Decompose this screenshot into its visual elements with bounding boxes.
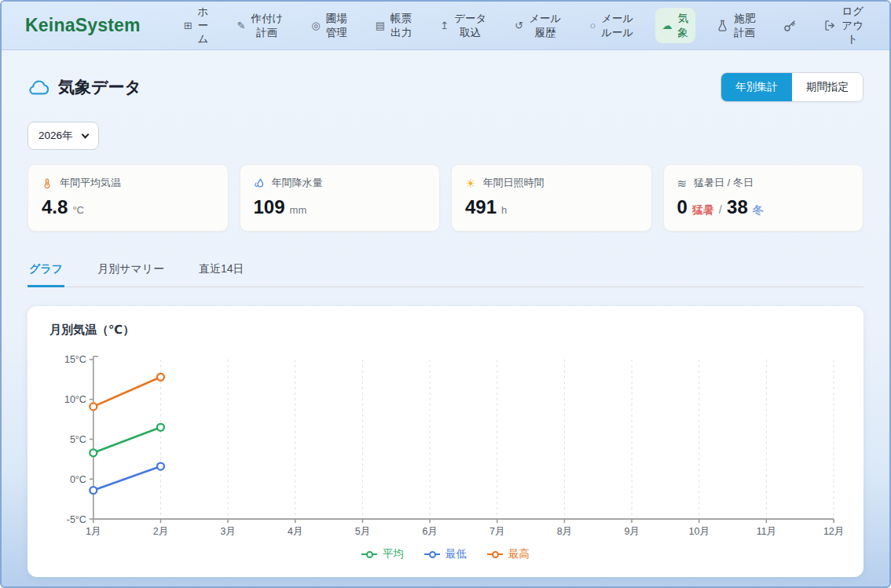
weather-cloud-icon [28,77,49,98]
legend-label: 最高 [508,547,530,561]
nav-item-key[interactable] [776,16,803,36]
nav-item-planting-plan[interactable]: ✎ 作付け 計画 [230,8,291,43]
thermometer-icon [42,177,53,189]
nav-item-logout[interactable]: ログ アウ ト [817,1,871,50]
svg-text:1月: 1月 [86,526,101,537]
legend-label: 平均 [383,547,404,561]
year-select-value: 2026年 [38,129,73,143]
svg-text:15°C: 15°C [64,354,86,365]
svg-text:11月: 11月 [757,526,776,537]
wind-icon: ≋ [677,177,688,189]
svg-text:9月: 9月 [624,526,639,537]
nav-item-label: 圃場 管理 [326,12,347,39]
nav-item-label: データ 取込 [454,12,486,39]
svg-text:12月: 12月 [823,526,843,537]
main-nav: ⊞ ホ ー ム ✎ 作付け 計画 ◎ 圃場 管理 ▤ 帳票 出力 ↥ データ 取… [177,1,871,50]
svg-text:-5°C: -5°C [67,514,86,525]
legend-marker-average-icon [361,550,377,558]
nav-item-label: ログ アウ ト [842,5,864,46]
svg-text:7月: 7月 [490,526,504,537]
pencil-icon: ✎ [237,20,246,31]
nav-item-report-output[interactable]: ▤ 帳票 出力 [368,8,419,43]
nav-item-label: 気 象 [678,12,689,39]
svg-text:4月: 4月 [288,526,302,537]
period-select-button[interactable]: 期間指定 [792,73,863,101]
legend-marker-minimum-icon [424,550,440,558]
bell-icon: ○ [589,20,596,31]
sun-icon: ☀ [465,177,475,189]
nav-item-data-import[interactable]: ↥ データ 取込 [433,8,493,43]
legend-marker-maximum-icon [487,550,503,558]
stat-label: 年間平均気温 [60,176,121,190]
view-toggle: 年別集計 期間指定 [720,72,864,102]
chart-title: 月別気温（℃） [50,323,843,338]
hot-days-label: 猛暑 [692,203,714,217]
nav-item-label: メール ルール [601,12,633,39]
nav-item-mail-rules[interactable]: ○ メール ルール [582,8,640,43]
stat-value: 491 [465,196,497,218]
svg-text:10°C: 10°C [64,394,86,405]
cold-days-label: 冬 [753,203,764,217]
legend-item-minimum[interactable]: 最低 [424,547,467,561]
cold-days-value: 38 [727,196,748,218]
tab-recent-14-days[interactable]: 直近14日 [197,255,246,287]
stat-card-sunshine: ☀ 年間日照時間 491 h [451,164,652,232]
svg-text:2月: 2月 [153,526,168,537]
hot-days-value: 0 [677,196,688,218]
stat-cards: 年間平均気温 4.8 °C 年間降水量 [28,164,864,232]
value-separator: / [719,203,722,216]
chevron-down-icon [81,130,89,138]
nav-item-home[interactable]: ⊞ ホ ー ム [177,1,216,50]
document-icon: ▤ [376,20,385,31]
chart-legend: 平均 最低 最高 [48,547,843,561]
nav-item-label: メール 履歴 [529,12,561,39]
nav-item-label: 施肥 計画 [734,12,755,39]
flask-icon [717,20,728,31]
svg-text:5月: 5月 [355,526,370,537]
main-content: 気象データ 年別集計 期間指定 2026年 [2,72,889,577]
app-window: KeinaSystem ⊞ ホ ー ム ✎ 作付け 計画 ◎ 圃場 管理 ▤ 帳… [0,0,891,588]
map-pin-icon: ◎ [311,20,320,31]
monthly-temperature-chart: 15°C10°C5°C0°C-5°C1月2月3月4月5月6月7月8月9月10月1… [48,349,843,546]
legend-label: 最低 [446,547,467,561]
logout-icon [824,20,836,31]
stat-card-precipitation: 年間降水量 109 mm [240,164,441,232]
svg-text:3月: 3月 [220,526,235,537]
nav-item-fertilization-plan[interactable]: 施肥 計画 [710,8,762,43]
nav-item-mail-history[interactable]: ↺ メール 履歴 [508,8,568,43]
stat-unit: mm [290,204,307,216]
nav-item-field-management[interactable]: ◎ 圃場 管理 [304,8,354,43]
nav-item-weather[interactable]: ☁ 気 象 [655,8,696,43]
legend-item-average[interactable]: 平均 [361,547,404,561]
upload-icon: ↥ [440,20,449,31]
yearly-summary-button[interactable]: 年別集計 [721,73,792,101]
svg-text:5°C: 5°C [70,434,86,445]
dashboard-grid-icon: ⊞ [184,20,192,31]
legend-item-maximum[interactable]: 最高 [487,547,530,561]
content-tabs: グラフ 月別サマリー 直近14日 [28,255,864,287]
brand-logo[interactable]: KeinaSystem [25,15,141,36]
stat-value: 4.8 [42,196,68,218]
nav-item-label: ホ ー ム [198,5,209,46]
svg-text:8月: 8月 [557,526,572,537]
stat-label: 年間降水量 [272,176,323,190]
key-icon [783,20,796,32]
history-clock-icon: ↺ [515,20,523,31]
svg-text:0°C: 0°C [70,474,86,485]
svg-text:10月: 10月 [689,526,710,537]
stat-card-avg-temp: 年間平均気温 4.8 °C [28,164,229,232]
year-select[interactable]: 2026年 [28,122,99,150]
top-navbar: KeinaSystem ⊞ ホ ー ム ✎ 作付け 計画 ◎ 圃場 管理 ▤ 帳… [2,2,889,50]
nav-item-label: 帳票 出力 [390,12,412,39]
tab-monthly-summary[interactable]: 月別サマリー [96,255,166,287]
tab-graph[interactable]: グラフ [28,255,64,287]
page-title: 気象データ [58,76,141,98]
droplet-icon [254,177,265,189]
stat-label: 年間日照時間 [482,176,544,190]
stat-value: 109 [254,196,285,218]
chart-card: 月別気温（℃） 15°C10°C5°C0°C-5°C1月2月3月4月5月6月7月… [28,306,864,577]
stat-card-extreme-days: ≋ 猛暑日 / 冬日 0 猛暑 / 38 冬 [663,164,864,232]
stat-unit: °C [72,204,84,216]
svg-text:6月: 6月 [422,526,437,537]
stat-label: 猛暑日 / 冬日 [694,176,754,190]
